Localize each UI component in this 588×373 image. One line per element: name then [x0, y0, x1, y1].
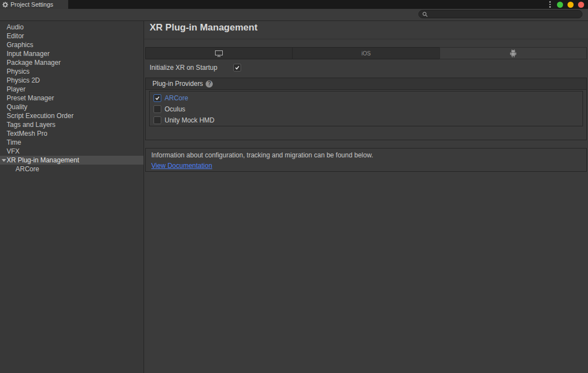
window-tab-project-settings[interactable]: Project Settings [0, 0, 68, 9]
provider-row-unity-mock-hmd[interactable]: Unity Mock HMD [150, 115, 582, 126]
sidebar-item-label: Script Execution Order [7, 112, 74, 120]
sidebar-item-label: XR Plug-in Management [7, 156, 79, 164]
sidebar-item-player[interactable]: Player [0, 85, 144, 94]
sidebar-item-physics-2d[interactable]: Physics 2D [0, 76, 144, 85]
providers-list: ARCore Oculus Unity Mock HMD [149, 91, 583, 126]
tab-android[interactable] [439, 47, 587, 59]
plug-in-providers-header: Plug-in Providers ? [146, 78, 586, 90]
sidebar-item-label: Editor [7, 32, 24, 40]
titlebar-controls [548, 0, 584, 9]
provider-label-unity-mock-hmd: Unity Mock HMD [165, 116, 214, 124]
provider-label-arcore: ARCore [165, 94, 188, 102]
provider-row-arcore[interactable]: ARCore [150, 93, 582, 104]
sidebar-item-graphics[interactable]: Graphics [0, 40, 144, 49]
sidebar-item-label: Package Manager [7, 59, 60, 67]
plug-in-providers-box: Plug-in Providers ? ARCore Oculus Unity … [145, 78, 587, 140]
sidebar-item-label: Audio [7, 23, 24, 31]
search-icon [422, 12, 428, 17]
unity-mock-hmd-checkbox[interactable] [154, 116, 161, 124]
tab-ios[interactable]: iOS [292, 47, 439, 59]
sidebar-item-label: Preset Manager [7, 94, 54, 102]
titlebar: Project Settings [0, 0, 588, 9]
sidebar-item-label: Physics [7, 68, 29, 75]
android-icon [509, 49, 517, 58]
sidebar-item-label: Physics 2D [7, 76, 40, 84]
triangle-down-icon[interactable] [2, 159, 6, 162]
sidebar-item-preset-manager[interactable]: Preset Manager [0, 94, 144, 103]
initialize-xr-row: Initialize XR on Startup [150, 64, 241, 71]
page-title: XR Plug-in Management [150, 22, 258, 33]
settings-sidebar: Audio Editor Graphics Input Manager Pack… [0, 21, 144, 373]
sidebar-item-textmesh-pro[interactable]: TextMesh Pro [0, 129, 144, 138]
oculus-checkbox[interactable] [154, 105, 161, 113]
sidebar-item-time[interactable]: Time [0, 138, 144, 147]
tab-desktop[interactable] [145, 47, 293, 59]
toolbar [0, 9, 588, 21]
sidebar-item-xr-plug-in-management[interactable]: XR Plug-in Management [0, 156, 144, 165]
kebab-menu-icon[interactable] [548, 1, 553, 8]
window-tab-label: Project Settings [11, 1, 53, 8]
sidebar-item-label: Player [7, 85, 25, 93]
sidebar-item-vfx[interactable]: VFX [0, 147, 144, 156]
sidebar-item-label: Quality [7, 103, 27, 111]
tab-ios-label: iOS [361, 50, 371, 57]
sidebar-item-physics[interactable]: Physics [0, 67, 144, 76]
sidebar-item-label: TextMesh Pro [7, 130, 47, 137]
sidebar-item-input-manager[interactable]: Input Manager [0, 49, 144, 58]
sidebar-item-audio[interactable]: Audio [0, 23, 144, 32]
help-icon[interactable]: ? [206, 80, 213, 88]
sidebar-item-script-execution-order[interactable]: Script Execution Order [0, 111, 144, 120]
info-text: Information about configuration, trackin… [151, 151, 581, 159]
sidebar-item-label: ARCore [16, 165, 39, 173]
sidebar-item-label: VFX [7, 147, 19, 155]
info-box: Information about configuration, trackin… [145, 148, 587, 172]
title-divider [144, 39, 588, 39]
arcore-checkbox[interactable] [154, 94, 161, 102]
initialize-xr-checkbox[interactable] [233, 64, 241, 71]
sidebar-item-label: Tags and Layers [7, 121, 55, 129]
provider-label-oculus: Oculus [165, 105, 185, 113]
provider-row-oculus[interactable]: Oculus [150, 104, 582, 115]
sidebar-item-label: Input Manager [7, 50, 49, 58]
main-panel: XR Plug-in Management iOS [144, 21, 588, 373]
window-control-green[interactable] [557, 2, 563, 8]
sidebar-item-tags-and-layers[interactable]: Tags and Layers [0, 120, 144, 129]
plug-in-providers-title: Plug-in Providers [152, 80, 203, 88]
sidebar-item-arcore[interactable]: ARCore [0, 165, 144, 173]
platform-tab-bar: iOS [145, 47, 587, 59]
window-control-red[interactable] [578, 2, 584, 8]
monitor-icon [214, 50, 223, 57]
search-input[interactable] [430, 11, 579, 18]
search-box[interactable] [418, 10, 582, 18]
sidebar-item-label: Graphics [7, 41, 33, 49]
initialize-xr-label: Initialize XR on Startup [150, 64, 233, 71]
sidebar-item-package-manager[interactable]: Package Manager [0, 58, 144, 67]
sidebar-item-quality[interactable]: Quality [0, 103, 144, 111]
sidebar-item-editor[interactable]: Editor [0, 32, 144, 40]
gear-icon [2, 2, 8, 8]
view-documentation-link[interactable]: View Documentation [151, 162, 212, 170]
window-control-yellow[interactable] [567, 2, 574, 8]
sidebar-item-label: Time [7, 139, 21, 146]
